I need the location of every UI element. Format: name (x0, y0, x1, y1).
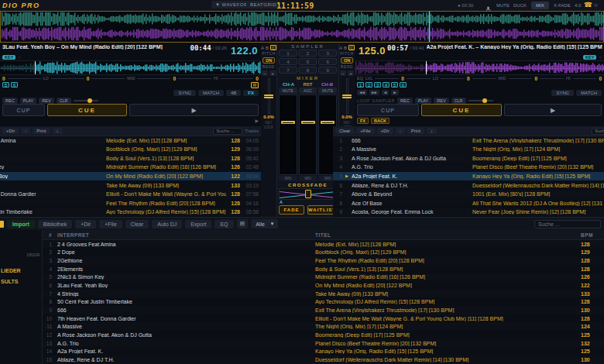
browser-clear-button[interactable]: Clear (125, 220, 149, 228)
deck-a-waveform[interactable] (0, 60, 261, 75)
deck-a-hotcue-button[interactable]: 6 (11, 82, 18, 88)
export-button[interactable]: Export (185, 220, 211, 228)
sampler-pad-button[interactable]: 3 (318, 50, 337, 57)
deck-b-seek-button[interactable]: ◀ (382, 90, 389, 95)
mic-mute-button[interactable]: MUTE (496, 3, 510, 8)
import-button[interactable]: Import (7, 220, 35, 228)
crossfader-handle[interactable] (305, 190, 311, 198)
deck-a-cup-button[interactable]: CUP (2, 104, 45, 116)
playlist-a-row[interactable]: 7th Heaven Feat. Donna Gardier Elliott -… (0, 190, 261, 199)
tab-b[interactable]: B (266, 46, 269, 50)
deck-a-eq-hi-value[interactable]: 0 (256, 76, 259, 81)
deck-b-cue-button[interactable]: CUE (421, 104, 502, 116)
eq-button[interactable]: EQ (214, 220, 233, 228)
overview-waveform-deck-b[interactable] (1, 26, 603, 41)
deck-b-rev-button[interactable]: REV (434, 98, 448, 104)
playlist-a-row[interactable]: 3Lau Feat. Yeah Boy On My Mind (Radio Ed… (0, 172, 261, 181)
deck-b-eq-mid-value[interactable]: 0 (534, 76, 537, 81)
table-row[interactable]: 8 50 Cent Feat Justin Timberlake Ayo Tec… (43, 297, 604, 306)
deck-b-play-button[interactable]: ▶ (504, 104, 602, 116)
playlist-b-row[interactable]: 6 Ablaze, Rene & DJ T.H. Duesseldorf (We… (333, 181, 604, 191)
playlist-a-row[interactable]: 2 Dope Bootblock (Orig. Maxi) [12] [129 … (0, 146, 261, 155)
filter-dropdown[interactable]: Alle ▾ (251, 219, 278, 228)
auto-dj-button[interactable]: Auto DJ (152, 220, 182, 228)
table-row[interactable]: 5 2Nic3 & Simon Key Midnight Summer (Rad… (43, 273, 604, 282)
deck-b-clr-button[interactable]: CLR (451, 98, 466, 104)
keylock-a-button[interactable]: KEYLOCK (264, 121, 273, 129)
grid-icon-button[interactable]: ▤ (237, 219, 249, 228)
sampler-pad-button[interactable]: 7 (279, 67, 297, 74)
deck-a-rev-button[interactable]: REV (39, 98, 53, 104)
deck-b-eq-hi-value[interactable]: 0 (599, 76, 602, 81)
deck-b-hotcue-button[interactable]: 1 (357, 82, 364, 88)
table-row[interactable]: 11 A Massive The Night (Orig. Mix) [17] … (43, 322, 604, 331)
deck-b-key-badge[interactable]: KEY (583, 55, 596, 60)
deck-a-key-badge[interactable]: KEY (2, 55, 15, 60)
sidebar-item-results[interactable]: SULTS (1, 279, 18, 284)
playlist-b-row[interactable]: 5 ▶ A2a Projet Feat. K. Kanayo Hey Ya (O… (333, 172, 604, 181)
deck-b-hotcue-button[interactable]: 2 (365, 82, 372, 88)
overview-waveform-deck-a[interactable] (1, 12, 603, 26)
table-row[interactable]: 9 666 Exit The Arena (Vinylshakerz Thrus… (43, 306, 604, 314)
track-overview-strip[interactable] (0, 11, 604, 43)
sampler-pad-button[interactable]: 4 (279, 58, 297, 65)
deck-b-loop-slider[interactable] (468, 98, 493, 104)
pitch-a-slider[interactable] (263, 78, 274, 114)
playlist-a-row[interactable]: 50 Cent Feat Justin Timberlake Ayo Techn… (0, 208, 261, 217)
mic-duck-button[interactable]: DUCK (513, 3, 527, 8)
playlist-b-add-file-button[interactable]: +File (356, 128, 374, 134)
sampler-pad-button[interactable]: 5 (299, 58, 317, 65)
column-header-bpm[interactable]: BPM (581, 232, 604, 238)
pitch-a-on-button[interactable]: ON (263, 57, 275, 64)
tab-a-right[interactable]: A (339, 46, 342, 50)
deck-a-rec-button[interactable]: REC (2, 98, 18, 104)
table-row[interactable]: 4 2Elements Body & Soul (Vers.1) [13] [1… (43, 265, 604, 273)
deck-a-play-loop-button[interactable]: PLAY (20, 98, 37, 104)
deck-a-4b-button[interactable]: 4B (226, 90, 241, 96)
playlist-a-search-input[interactable] (213, 128, 242, 135)
deck-b-seek-button[interactable]: ◀◀ (357, 90, 367, 95)
deck-b-cup-button[interactable]: CUP (357, 104, 419, 116)
playlist-a-row[interactable]: 2Nic3 & Simon Key Midnight Summer (Radio… (0, 163, 261, 173)
bend-b-minus-button[interactable]: − (340, 70, 346, 76)
min-button[interactable]: MIN (279, 176, 297, 181)
browser-add-dir-button[interactable]: +Dir (75, 220, 96, 228)
column-header-num[interactable]: # (43, 232, 52, 238)
bend-b-plus-button[interactable]: + (348, 70, 354, 76)
browser-add-file-button[interactable]: +File (99, 220, 122, 228)
sampler-pad-button[interactable]: 2 (299, 50, 317, 57)
sampler-pad-button[interactable]: 1 (279, 50, 297, 57)
deck-b-sync-button[interactable]: SYNC (551, 90, 574, 96)
channel-b-fader[interactable] (321, 121, 335, 124)
playlist-b-remove-button[interactable]: - (396, 128, 405, 134)
tab-c-box-right[interactable]: C (348, 45, 355, 50)
sidebar-item-lieder[interactable]: LIEDER (1, 268, 21, 273)
deck-a-loop-slider[interactable] (74, 98, 98, 104)
library-button[interactable]: Bibliothek (38, 220, 72, 228)
deck-a-eq-mid-value[interactable]: 0 (173, 76, 176, 81)
playlist-a-remove-button[interactable]: - (21, 128, 30, 134)
playlist-b-download-icon[interactable]: ↓ (427, 128, 437, 134)
phone-icon[interactable]: ☎ (584, 1, 592, 9)
mix-button[interactable]: MIX (531, 2, 549, 9)
table-row[interactable]: 1 2 4 Grooves Feat Amina Melodie (Ext. M… (43, 240, 604, 249)
playlist-b-row[interactable]: 7 Above & Beyond 1001 (Ext. Mix) [80's] … (333, 190, 604, 199)
column-header-interpret[interactable]: INTERPRET (52, 232, 315, 238)
bend-a-minus-button[interactable]: − (262, 70, 268, 76)
crossfade-curve[interactable] (279, 188, 337, 200)
playlist-b-print-button[interactable]: Print (407, 128, 424, 134)
deck-a-key-lock-box[interactable]: R (251, 82, 259, 88)
pitch-b-slider[interactable] (341, 78, 352, 114)
deck-b-fx-tag[interactable]: FX (357, 118, 369, 124)
table-row[interactable]: 12 A Rose Jackson Feat. Akon & DJ Gutta … (43, 331, 604, 339)
channel-a-fader[interactable] (281, 121, 295, 124)
table-row[interactable]: 10 7th Heaven Feat. Donna Gardier Elliot… (43, 314, 604, 323)
deck-a-cue-button[interactable]: CUE (47, 104, 127, 116)
playlist-a-row[interactable]: 4 Strings Take Me Away (09) [133 BPM] 13… (0, 181, 261, 191)
deck-b-seek-button[interactable]: ▶ (391, 90, 398, 95)
pitch-b-on-button[interactable]: ON (341, 57, 353, 64)
deck-b-hotcue-button[interactable]: 5 (391, 82, 398, 88)
deck-b-rec-button[interactable]: REC (397, 98, 413, 104)
deck-a-eq-lvl-value[interactable]: 0 (2, 76, 5, 81)
deck-b-waveform[interactable] (355, 60, 604, 75)
